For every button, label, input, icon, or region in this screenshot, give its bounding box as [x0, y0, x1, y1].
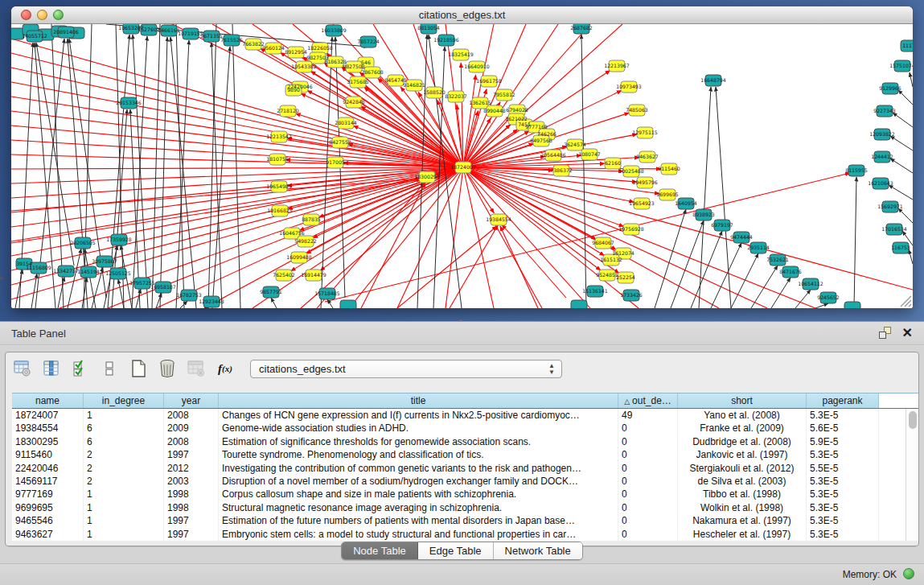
column-header-year[interactable]: year	[164, 393, 219, 408]
graph-node-label: 8322037	[445, 93, 467, 99]
graph-node-label: 887835	[302, 216, 321, 222]
table-panel-header: ⌃ Table Panel ✕	[0, 321, 924, 345]
cell-year: 1997	[164, 514, 219, 527]
table-row[interactable]: 946554611997Estimation of the future num…	[12, 514, 918, 527]
function-builder-icon[interactable]: f(x)	[215, 358, 236, 379]
column-header-out_degree[interactable]: △out_de…	[618, 393, 678, 408]
table-body: 1872400712008Changes of HCN gene express…	[12, 409, 918, 541]
cell-out_degree: 0	[618, 528, 678, 541]
window-title: citations_edges.txt	[11, 9, 913, 21]
graph-node-label: 18724007	[450, 164, 476, 170]
graph-node-label: 18325419	[448, 51, 474, 57]
graph-node-label: 7857224	[357, 39, 380, 44]
table-vertical-scrollbar[interactable]	[906, 409, 918, 541]
cell-title: Corpus callosum shape and size in male p…	[219, 488, 618, 501]
column-header-title[interactable]: title	[219, 393, 618, 408]
column-header-name[interactable]: name	[12, 393, 84, 408]
graph-node[interactable]	[571, 300, 587, 308]
table-row[interactable]: 1938455462009Genome-wide association stu…	[12, 422, 918, 435]
merge-rows-icon[interactable]	[99, 358, 120, 379]
citation-graph[interactable]: 1405571220891406106532871527602846616110…	[11, 24, 913, 308]
graph-node-label: 1362615	[469, 100, 491, 105]
table-row[interactable]: 946362711997Embryonic stem cells: a mode…	[12, 528, 918, 541]
table-row[interactable]: 977716911998Corpus callosum shape and si…	[12, 488, 918, 501]
column-header-short[interactable]: short	[678, 393, 807, 408]
table-toolbar: f(x) citations_edges.txt ▲▼	[12, 356, 562, 381]
table-row[interactable]: 1456911722003Disruption of a novel membe…	[12, 475, 918, 488]
show-columns-icon[interactable]	[41, 358, 62, 379]
tab-network-table[interactable]: Network Table	[494, 542, 582, 559]
cell-pagerank: 5.6E-5	[807, 422, 879, 435]
table-row[interactable]: 2242004622012Investigating the contribut…	[12, 462, 918, 475]
graph-node-label: 1733426	[620, 292, 643, 298]
graph-node-label: 9115460	[658, 166, 680, 171]
graph-node-label: 917005	[326, 159, 345, 165]
graph-node-label: 2803144	[335, 120, 357, 126]
graph-node-label: 19218596	[433, 37, 459, 43]
cell-in_degree: 1	[84, 528, 164, 541]
new-table-icon[interactable]	[128, 358, 149, 379]
column-header-pagerank[interactable]: pagerank	[807, 393, 879, 408]
table-settings-icon[interactable]	[12, 358, 33, 379]
table-row[interactable]: 1830029562008Estimation of significance …	[12, 435, 918, 448]
cell-out_degree: 0	[618, 448, 678, 461]
table-row[interactable]: 911546021997Tourette syndrome. Phenomeno…	[12, 448, 918, 461]
graph-node-label: 9777169	[525, 124, 548, 130]
graph-node-label: 10025488	[618, 168, 644, 174]
graph-node-label: 8938923	[692, 212, 715, 217]
cell-year: 2009	[164, 422, 219, 435]
graph-node-label: 2687682	[570, 25, 593, 31]
graph-node-label: 7532621	[766, 257, 789, 262]
graph-node-label: 1588520	[423, 89, 446, 95]
network-canvas[interactable]: 1405571220891406106532871527602846616110…	[11, 24, 913, 308]
graph-node-label: 2867608	[361, 69, 384, 75]
network-view-background: citations_edges.txt 14055712208914061065…	[0, 0, 924, 321]
close-panel-icon[interactable]: ✕	[902, 327, 913, 339]
network-window[interactable]: citations_edges.txt 14055712208914061065…	[11, 6, 913, 308]
tab-edge-table[interactable]: Edge Table	[418, 542, 494, 559]
table-row[interactable]: 969969511998Structural magnetic resonanc…	[12, 501, 918, 514]
hidden-panel-arrow-icon[interactable]: ▸	[0, 274, 4, 282]
graph-node-label: 19756928	[618, 226, 644, 232]
network-window-titlebar[interactable]: citations_edges.txt	[11, 6, 913, 24]
float-window-icon[interactable]	[879, 327, 891, 339]
cell-year: 2003	[164, 475, 219, 488]
graph-node-label: 7615526	[220, 37, 243, 43]
graph-node-label: 19384554	[486, 216, 511, 222]
tab-node-table[interactable]: Node Table	[342, 542, 418, 559]
table-row[interactable]: 1872400712008Changes of HCN gene express…	[12, 409, 918, 422]
split-resize-handle[interactable]: ⌃	[458, 320, 466, 326]
cell-title: Investigating the contribution of common…	[219, 462, 618, 475]
column-header-in_degree[interactable]: in_degree	[84, 393, 164, 408]
cell-in_degree: 2	[84, 448, 164, 461]
table-card: f(x) citations_edges.txt ▲▼ namein_degre…	[5, 352, 919, 546]
cell-name: 9115460	[12, 448, 84, 461]
graph-node[interactable]	[340, 300, 356, 308]
graph-node-label: 9227343	[873, 108, 896, 113]
graph-node-label: 5498222	[294, 238, 317, 244]
graph-node-label: 9146821	[403, 82, 425, 88]
delete-table-icon[interactable]	[157, 358, 178, 379]
memory-status-icon[interactable]	[903, 568, 914, 579]
table-select-dropdown[interactable]: citations_edges.txt ▲▼	[250, 360, 562, 378]
cell-short: Nakamura et al. (1997)	[678, 514, 807, 527]
select-all-icon[interactable]	[70, 358, 91, 379]
cell-short: Hescheler et al. (1997)	[678, 528, 807, 541]
graph-node-label: 12213967	[604, 63, 630, 68]
scrollbar-thumb[interactable]	[909, 411, 917, 429]
cell-short: Wolkin et al. (1998)	[678, 501, 807, 514]
graph-node-label: 13342737	[53, 268, 79, 274]
graph-node-label: 16782753	[176, 292, 202, 298]
graph-node-label: 7485063	[626, 107, 648, 113]
graph-node-label: 7663822	[242, 41, 265, 47]
cell-title: Estimation of significance thresholds fo…	[219, 435, 618, 448]
graph-node-label: 10543382	[291, 64, 317, 69]
graph-node-label: 19166825	[267, 208, 293, 213]
cell-title: Estimation of the future numbers of pati…	[219, 514, 618, 527]
resize-grip[interactable]	[901, 296, 911, 307]
graph-node[interactable]	[844, 302, 860, 308]
graph-node-label: 12093822	[869, 131, 895, 137]
cell-name: 22420046	[12, 462, 84, 475]
status-bar: Memory: OK	[0, 563, 924, 585]
cell-title: Genome-wide association studies in ADHD.	[219, 422, 618, 435]
